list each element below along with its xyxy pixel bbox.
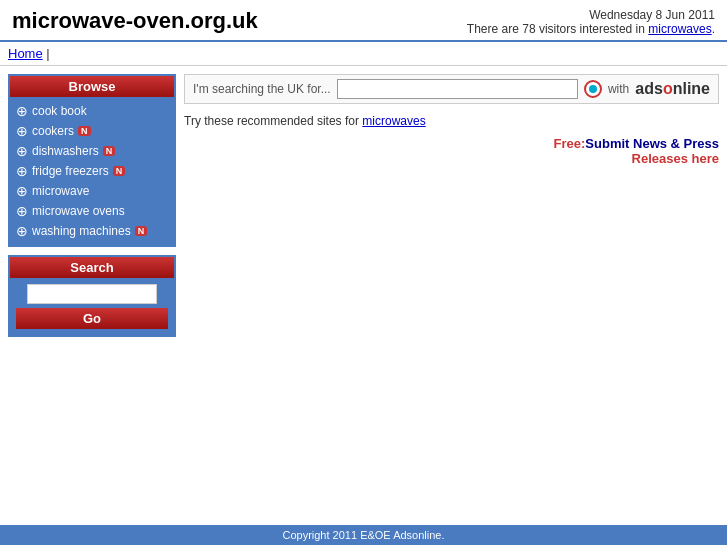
- header-info: Wednesday 8 Jun 2011 There are 78 visito…: [467, 8, 715, 36]
- arrow-icon: ⊕: [16, 183, 28, 199]
- nav-home[interactable]: Home: [8, 46, 43, 61]
- visitors-link[interactable]: microwaves: [648, 22, 711, 36]
- press-release: Free:Submit News & Press Releases here: [184, 136, 719, 166]
- sidebar-item-dishwashers[interactable]: ⊕ dishwashers N: [10, 141, 174, 161]
- header: microwave-oven.org.uk Wednesday 8 Jun 20…: [0, 0, 727, 42]
- sidebar-item-microwave-ovens[interactable]: ⊕ microwave ovens: [10, 201, 174, 221]
- search-header: Search: [10, 257, 174, 278]
- ads-o: o: [663, 80, 673, 97]
- arrow-icon: ⊕: [16, 203, 28, 219]
- sidebar: Browse ⊕ cook book ⊕ cookers N ⊕ dishwas…: [8, 74, 176, 345]
- recommended-link[interactable]: microwaves: [362, 114, 425, 128]
- nav-bar: Home |: [0, 42, 727, 66]
- search-bar-label: I'm searching the UK for...: [193, 82, 331, 96]
- content-area: I'm searching the UK for... with adsonli…: [184, 74, 719, 345]
- new-badge: N: [113, 166, 126, 176]
- sidebar-item-label: dishwashers: [32, 144, 99, 158]
- main-layout: Browse ⊕ cook book ⊕ cookers N ⊕ dishwas…: [0, 66, 727, 353]
- uk-search-input[interactable]: [337, 79, 578, 99]
- sidebar-item-label: fridge freezers: [32, 164, 109, 178]
- visitors-period: .: [712, 22, 715, 36]
- sidebar-item-label: cook book: [32, 104, 87, 118]
- arrow-icon: ⊕: [16, 163, 28, 179]
- search-go-button[interactable]: Go: [16, 308, 168, 329]
- press-free: Free:: [554, 136, 586, 151]
- arrow-icon: ⊕: [16, 103, 28, 119]
- new-badge: N: [78, 126, 91, 136]
- visitors-text: There are 78 visitors interested in micr…: [467, 22, 715, 36]
- new-badge: N: [135, 226, 148, 236]
- arrow-icon: ⊕: [16, 223, 28, 239]
- search-section: Search Go: [8, 255, 176, 337]
- arrow-icon: ⊕: [16, 123, 28, 139]
- sidebar-item-label: microwave: [32, 184, 89, 198]
- press-releases: Releases here: [632, 151, 719, 166]
- browse-header: Browse: [10, 76, 174, 97]
- press-line1: Free:Submit News & Press: [184, 136, 719, 151]
- ads-online-brand: adsonline: [635, 80, 710, 98]
- radio-inner: [589, 85, 597, 93]
- ads-nline: nline: [673, 80, 710, 97]
- uk-search-bar: I'm searching the UK for... with adsonli…: [184, 74, 719, 104]
- site-title: microwave-oven.org.uk: [12, 8, 258, 34]
- nav-separator: |: [46, 46, 49, 61]
- visitors-prefix: There are 78 visitors interested in: [467, 22, 645, 36]
- search-body: Go: [10, 278, 174, 335]
- press-line2: Releases here: [184, 151, 719, 166]
- recommended-prefix: Try these recommended sites for: [184, 114, 359, 128]
- sidebar-item-label: microwave ovens: [32, 204, 125, 218]
- sidebar-item-washing-machines[interactable]: ⊕ washing machines N: [10, 221, 174, 241]
- new-badge: N: [103, 146, 116, 156]
- sidebar-item-microwave[interactable]: ⊕ microwave: [10, 181, 174, 201]
- sidebar-item-label: washing machines: [32, 224, 131, 238]
- radio-icon: [584, 80, 602, 98]
- search-input[interactable]: [27, 284, 157, 304]
- press-main: Submit News & Press: [585, 136, 719, 151]
- sidebar-item-fridge-freezers[interactable]: ⊕ fridge freezers N: [10, 161, 174, 181]
- sidebar-items-list: ⊕ cook book ⊕ cookers N ⊕ dishwashers N …: [10, 97, 174, 245]
- sidebar-item-cookers[interactable]: ⊕ cookers N: [10, 121, 174, 141]
- sidebar-item-label: cookers: [32, 124, 74, 138]
- date-text: Wednesday 8 Jun 2011: [467, 8, 715, 22]
- with-label: with: [608, 82, 629, 96]
- sidebar-item-cookbook[interactable]: ⊕ cook book: [10, 101, 174, 121]
- ads-text: ads: [635, 80, 663, 97]
- browse-section: Browse ⊕ cook book ⊕ cookers N ⊕ dishwas…: [8, 74, 176, 247]
- recommended-sites: Try these recommended sites for microwav…: [184, 114, 719, 128]
- arrow-icon: ⊕: [16, 143, 28, 159]
